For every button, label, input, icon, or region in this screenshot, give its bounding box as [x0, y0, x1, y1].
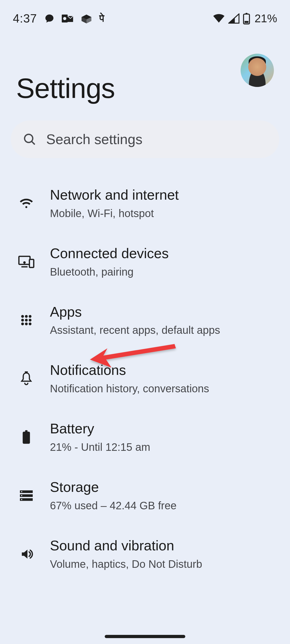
search-bar[interactable]: Search settings [11, 120, 279, 158]
item-subtitle: Assistant, recent apps, default apps [50, 324, 279, 336]
svg-rect-21 [23, 432, 30, 444]
item-subtitle: 21% - Until 12:15 am [50, 441, 279, 453]
svg-point-16 [29, 319, 31, 321]
item-title: Sound and vibration [50, 538, 279, 554]
svg-point-5 [25, 134, 33, 142]
svg-rect-22 [25, 430, 28, 432]
battery-percent: 21% [255, 12, 277, 25]
svg-point-11 [21, 315, 24, 318]
pe-icon: पे [99, 13, 104, 24]
svg-rect-3 [245, 13, 247, 14]
nav-handle[interactable] [105, 635, 185, 638]
item-notifications[interactable]: Notifications Notification history, conv… [0, 349, 290, 408]
item-title: Connected devices [50, 246, 279, 262]
sound-icon [19, 547, 33, 561]
cell-signal-icon [228, 13, 240, 24]
svg-point-10 [24, 262, 25, 263]
item-subtitle: Mobile, Wi-Fi, hotspot [50, 207, 279, 220]
wifi-status-icon [213, 13, 225, 24]
item-title: Network and internet [50, 187, 279, 203]
item-subtitle: Volume, haptics, Do Not Disturb [50, 558, 279, 570]
item-battery[interactable]: Battery 21% - Until 12:15 am [0, 408, 290, 466]
item-title: Battery [50, 421, 279, 437]
svg-line-6 [32, 141, 35, 145]
bell-icon [20, 371, 32, 386]
battery-status-icon [243, 13, 250, 24]
profile-avatar[interactable] [241, 54, 274, 87]
wifi-icon [19, 197, 34, 209]
chat-icon [44, 13, 55, 24]
svg-point-15 [25, 319, 28, 321]
item-subtitle: Notification history, conversations [50, 382, 279, 395]
item-title: Notifications [50, 362, 279, 378]
svg-point-24 [21, 491, 22, 492]
svg-rect-9 [30, 259, 34, 267]
svg-point-13 [29, 315, 31, 318]
outlook-icon [62, 13, 74, 24]
item-apps[interactable]: Apps Assistant, recent apps, default app… [0, 291, 290, 350]
svg-point-17 [21, 323, 24, 325]
search-placeholder: Search settings [46, 131, 142, 147]
devices-icon [18, 256, 34, 268]
page-title: Settings [16, 72, 274, 104]
status-time: 4:37 [13, 12, 37, 25]
search-icon [23, 132, 37, 146]
item-network-internet[interactable]: Network and internet Mobile, Wi-Fi, hots… [0, 174, 290, 233]
status-left: 4:37 पे [13, 12, 104, 25]
svg-point-28 [21, 499, 22, 500]
item-sound-vibration[interactable]: Sound and vibration Volume, haptics, Do … [0, 525, 290, 583]
svg-point-1 [63, 17, 66, 20]
svg-point-26 [21, 495, 22, 496]
header: Settings [0, 30, 290, 120]
status-bar: 4:37 पे 21% [0, 0, 290, 30]
item-subtitle: Bluetooth, pairing [50, 265, 279, 278]
svg-point-14 [21, 319, 24, 321]
svg-point-19 [29, 323, 31, 325]
svg-rect-4 [245, 21, 249, 23]
item-title: Storage [50, 479, 279, 495]
svg-point-12 [25, 315, 28, 318]
apps-icon [20, 314, 33, 327]
status-right: 21% [213, 12, 277, 25]
svg-point-18 [25, 323, 28, 325]
item-subtitle: 67% used – 42.44 GB free [50, 499, 279, 512]
settings-list: Network and internet Mobile, Wi-Fi, hots… [0, 158, 290, 583]
item-storage[interactable]: Storage 67% used – 42.44 GB free [0, 466, 290, 525]
battery-icon [22, 430, 31, 444]
storage-icon [19, 490, 33, 502]
item-connected-devices[interactable]: Connected devices Bluetooth, pairing [0, 233, 290, 291]
item-title: Apps [50, 304, 279, 320]
box-icon [81, 13, 92, 24]
